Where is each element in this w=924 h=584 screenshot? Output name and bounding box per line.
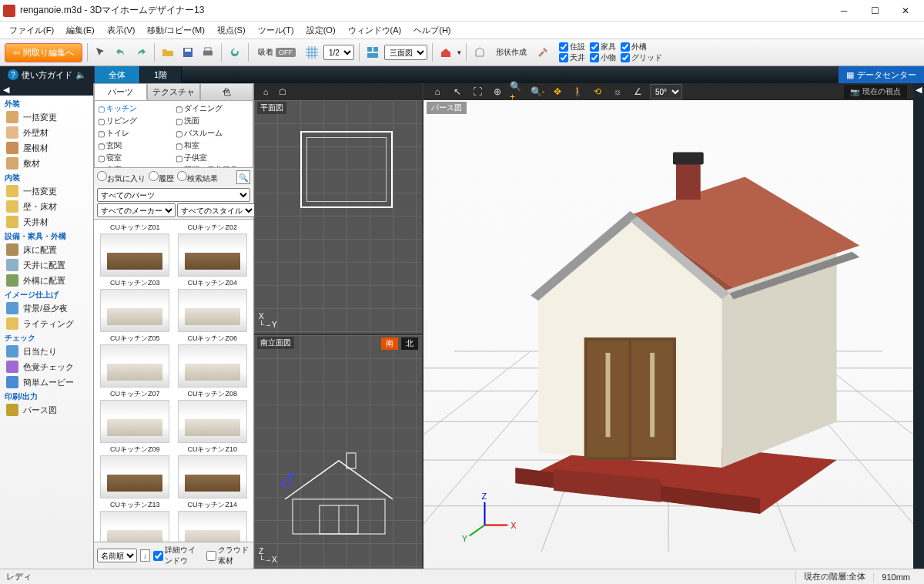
grid-icon[interactable] xyxy=(303,44,320,61)
shape-icon[interactable] xyxy=(471,44,488,61)
chk-grid[interactable]: グリッド xyxy=(621,52,662,63)
sidebar-item[interactable]: 壁・床材 xyxy=(0,199,93,214)
chk-detail[interactable]: 詳細ウインドウ xyxy=(153,545,203,566)
how-to-guide-button[interactable]: ? 使い方ガイド 🔈 xyxy=(0,66,95,83)
category-item[interactable]: ▢ リビング xyxy=(96,115,174,127)
search-button[interactable]: 🔍 xyxy=(236,170,250,184)
part-item[interactable]: CUキッチンZ08 xyxy=(175,389,251,443)
sidebar-collapse[interactable]: ◀ xyxy=(0,83,93,96)
v3d-pan[interactable]: ✥ xyxy=(550,85,565,99)
v3d-zoomout[interactable]: 🔍- xyxy=(530,85,545,99)
menu-file[interactable]: ファイル(F) xyxy=(3,23,60,38)
menu-view[interactable]: 表示(V) xyxy=(101,23,142,38)
part-item[interactable]: CUキッチンZ04 xyxy=(175,278,251,332)
print-button[interactable] xyxy=(199,44,216,61)
compass-south[interactable]: 南 xyxy=(380,337,399,351)
sidebar-item[interactable]: 屋根材 xyxy=(0,140,93,156)
shape-create-button[interactable]: 形状作成 xyxy=(491,45,531,59)
viewmode-select[interactable]: 三面図 xyxy=(384,45,427,60)
v3d-fullscreen[interactable]: ⛶ xyxy=(470,85,485,99)
v3d-home[interactable]: ⌂ xyxy=(430,85,445,99)
v3d-orbit[interactable]: ⟲ xyxy=(590,85,605,99)
close-button[interactable]: ✕ xyxy=(890,0,921,22)
sidebar-item[interactable]: 一括変更 xyxy=(0,109,93,125)
hammer-icon[interactable] xyxy=(534,44,551,61)
menu-edit[interactable]: 編集(E) xyxy=(60,23,101,38)
minimize-button[interactable]: ─ xyxy=(829,0,859,22)
menu-tools[interactable]: ツール(T) xyxy=(252,23,300,38)
chk-cloud[interactable]: クラウド素材 xyxy=(206,545,250,566)
sidebar-item[interactable]: パース図 xyxy=(0,402,93,418)
chk-small[interactable]: 小物 xyxy=(590,52,616,63)
chk-furniture[interactable]: 家具 xyxy=(590,42,616,52)
category-item[interactable]: ▢ 玄関 xyxy=(96,139,174,152)
redo-button[interactable] xyxy=(132,44,149,61)
sidebar-item[interactable]: 背景/昼夕夜 xyxy=(0,300,93,316)
part-item[interactable]: CUキッチンZ13 xyxy=(97,500,173,542)
maximize-button[interactable]: ☐ xyxy=(859,0,890,22)
chk-ceiling[interactable]: 天井 xyxy=(559,52,585,63)
part-item[interactable]: CUキッチンZ03 xyxy=(97,278,173,332)
chk-equipment[interactable]: 住設 xyxy=(559,42,585,52)
v3d-settings[interactable]: ☼ xyxy=(610,85,625,99)
plan-view[interactable]: 平面図 X└→Y xyxy=(254,100,422,335)
viewmode-icon[interactable] xyxy=(364,44,381,61)
compass-north[interactable]: 北 xyxy=(400,337,419,351)
elevation-view[interactable]: 南立面図 南 北 Z└→X xyxy=(254,335,422,569)
parts-list[interactable]: CUキッチンZ01CUキッチンZ02CUキッチンZ03CUキッチンZ04CUキッ… xyxy=(94,219,253,542)
tab-texture[interactable]: テクスチャ xyxy=(147,83,200,100)
tab-color[interactable]: 色 xyxy=(200,83,253,100)
camera-viewpoint[interactable]: 📷 現在の視点 xyxy=(844,85,907,99)
select-all-parts[interactable]: すべてのパーツ xyxy=(97,188,250,202)
undo-button[interactable] xyxy=(112,44,129,61)
sidebar-item[interactable]: ライティング xyxy=(0,316,93,331)
v3d-angle-icon[interactable]: ∠ xyxy=(630,85,645,99)
sort-dir-button[interactable]: ↓ xyxy=(140,549,150,562)
part-item[interactable]: CUキッチンZ02 xyxy=(175,223,251,277)
part-item[interactable]: CUキッチンZ14 xyxy=(175,500,251,542)
view3d-canvas[interactable]: パース図 xyxy=(424,100,913,569)
pointer-tool[interactable] xyxy=(92,44,109,61)
sort-select[interactable]: 名前順 xyxy=(97,549,137,562)
floor-tab-all[interactable]: 全体 xyxy=(95,66,140,83)
category-item[interactable]: ▢ バスルーム xyxy=(174,127,252,139)
chk-exterior[interactable]: 外構 xyxy=(621,42,662,52)
sidebar-item[interactable]: 外構に配置 xyxy=(0,273,93,288)
menu-move[interactable]: 移動/コピー(M) xyxy=(141,23,211,38)
menu-help[interactable]: ヘルプ(H) xyxy=(407,23,457,38)
sidebar-item[interactable]: 一括変更 xyxy=(0,183,93,199)
category-item[interactable]: ▢ ダイニング xyxy=(174,102,252,115)
house-icon[interactable] xyxy=(437,44,454,61)
radio-history[interactable]: 履歴 xyxy=(149,171,174,184)
save-button[interactable] xyxy=(179,44,196,61)
menu-settings[interactable]: 設定(O) xyxy=(300,23,342,38)
part-item[interactable]: CUキッチンZ06 xyxy=(175,334,251,388)
sidebar-item[interactable]: 簡単ムービー xyxy=(0,374,93,390)
category-list[interactable]: ▢ キッチン▢ ダイニング▢ リビング▢ 洗面▢ トイレ▢ バスルーム▢ 玄関▢… xyxy=(94,100,253,168)
right-panel-collapse[interactable]: ◀ xyxy=(913,83,924,569)
floor-tab-1f[interactable]: 1階 xyxy=(140,66,182,83)
sidebar-item[interactable]: 天井に配置 xyxy=(0,257,93,273)
select-style[interactable]: すべてのスタイル xyxy=(177,203,256,217)
select-maker[interactable]: すべてのメーカー xyxy=(97,203,176,217)
snap-toggle[interactable]: 吸着 OFF xyxy=(253,45,300,59)
scale-select[interactable]: 1/2 xyxy=(323,45,354,60)
radio-favorite[interactable]: お気に入り xyxy=(97,171,146,184)
part-item[interactable]: CUキッチンZ10 xyxy=(175,445,251,498)
angle-select[interactable]: 50° xyxy=(650,84,682,99)
plan-tool-1[interactable]: ⌂ xyxy=(259,85,273,99)
plan-tool-2[interactable]: ☖ xyxy=(276,85,290,99)
category-item[interactable]: ▢ 和室 xyxy=(174,139,252,152)
menu-window[interactable]: ウィンドウ(A) xyxy=(342,23,408,38)
tab-parts[interactable]: パーツ xyxy=(94,83,147,100)
category-item[interactable]: ▢ キッチン xyxy=(96,102,174,115)
v3d-zoomin[interactable]: 🔍+ xyxy=(510,85,525,99)
sidebar-item[interactable]: 日当たり xyxy=(0,344,93,359)
sidebar-item[interactable]: 床に配置 xyxy=(0,242,93,257)
v3d-target[interactable]: ⊕ xyxy=(490,85,505,99)
category-item[interactable]: ▢ トイレ xyxy=(96,127,174,139)
sidebar-item[interactable]: 敷材 xyxy=(0,156,93,171)
v3d-cursor[interactable]: ↖ xyxy=(450,85,465,99)
radio-results[interactable]: 検索結果 xyxy=(177,171,218,184)
data-center-button[interactable]: ▦ データセンター xyxy=(839,66,924,83)
